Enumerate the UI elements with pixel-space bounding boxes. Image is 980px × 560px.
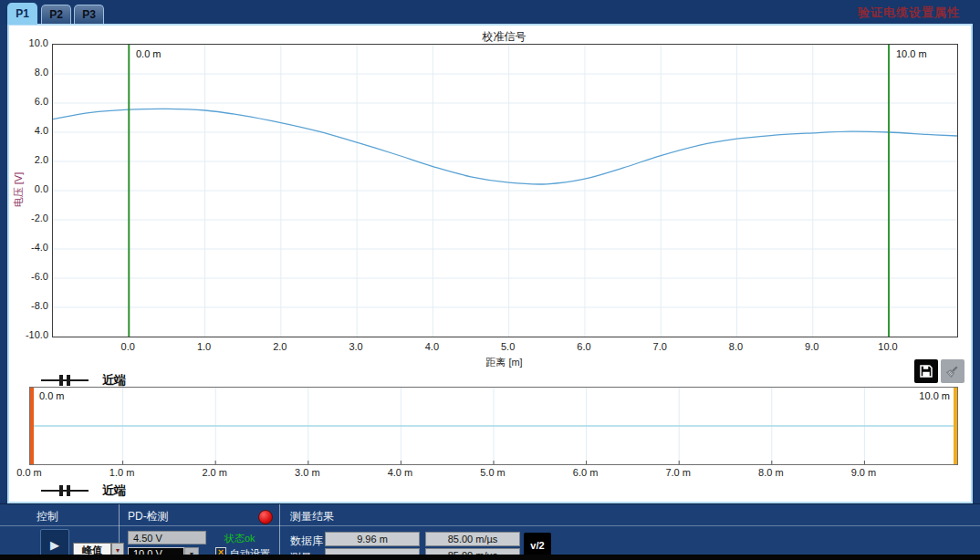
strip-cursor-right[interactable] [954, 388, 957, 464]
y-tick-label: 6.0 [14, 96, 48, 108]
y-tick-label: -10.0 [14, 329, 48, 341]
application-window: P1 P2 P3 验证电缆设置属性 校准信号 距离 [m] 电压 [V] 0.0… [0, 0, 980, 560]
db-row-label: 数据库 [290, 534, 323, 549]
x-axis-label: 距离 [m] [52, 356, 956, 369]
strip-tick-label: 8.0 m [748, 467, 794, 479]
y-tick-label: -2.0 [14, 213, 48, 224]
x-tick-label: 3.0 [336, 341, 376, 353]
db-velocity-display: 85.00 m/µs [425, 532, 520, 546]
control-section-header: 控制 [36, 509, 58, 524]
tab-p3[interactable]: P3 [74, 5, 104, 24]
cursor-marker-icon [41, 374, 89, 387]
strip-tick-label: 1.0 m [99, 467, 145, 479]
y-tick-label: 4.0 [14, 125, 48, 137]
chart-title: 校准信号 [52, 29, 956, 45]
y-tick-label: 2.0 [14, 154, 48, 166]
section-divider [279, 504, 280, 555]
strip-tick-label: 7.0 m [655, 467, 701, 479]
waveform [53, 109, 957, 184]
strip-tick-label: 6.0 m [563, 467, 609, 479]
x-tick-label: 10.0 [868, 341, 908, 353]
y-tick-label: -6.0 [14, 271, 48, 283]
chevron-down-icon: ▾ [116, 546, 120, 555]
window-bottom-edge [0, 555, 980, 560]
y-tick-label: 10.0 [14, 37, 48, 49]
strip-tick-label: 9.0 m [840, 467, 886, 479]
overview-strip-plot[interactable] [29, 387, 958, 465]
x-tick-label: 4.0 [412, 341, 452, 353]
save-icon [918, 363, 934, 379]
strip-tick-label: 2.0 m [192, 467, 237, 479]
cursor-legend-bottom[interactable] [41, 484, 89, 499]
pd-section-header: PD-检测 [128, 509, 169, 524]
pd-level-display: 4.50 V [128, 531, 206, 544]
x-tick-label: 1.0 [184, 341, 224, 353]
strip-tick-label: 5.0 m [470, 467, 516, 479]
tab-p2[interactable]: P2 [41, 5, 71, 24]
cursor-label-left[interactable]: 0.0 m [133, 47, 164, 60]
x-tick-label: 7.0 [640, 341, 680, 353]
save-button[interactable] [914, 359, 938, 383]
x-tick-label: 0.0 [108, 341, 148, 353]
x-tick-label: 5.0 [488, 341, 528, 353]
strip-tick-label: 4.0 m [377, 467, 422, 479]
x-tick-label: 2.0 [260, 341, 300, 353]
x-tick-label: 6.0 [564, 341, 604, 353]
x-tick-label: 9.0 [792, 341, 832, 353]
cursor-legend-bottom-label: 近端 [102, 482, 126, 499]
brush-icon [944, 363, 961, 379]
strip-cursor-label-left[interactable]: 0.0 m [36, 389, 68, 402]
cursor-marker-icon [41, 484, 89, 497]
cursor-label-right[interactable]: 10.0 m [893, 47, 930, 60]
brush-button[interactable] [941, 359, 964, 383]
top-tab-bar: P1 P2 P3 验证电缆设置属性 [0, 0, 980, 24]
play-icon: ▶ [50, 538, 59, 552]
strip-tick-label: 0.0 m [6, 467, 52, 479]
pd-status-indicator [258, 510, 273, 524]
main-chart-plot[interactable] [52, 44, 958, 337]
y-tick-label: 0.0 [14, 183, 48, 195]
y-tick-label: -4.0 [14, 242, 48, 254]
tab-p1[interactable]: P1 [7, 3, 37, 25]
strip-cursor-left[interactable] [30, 388, 34, 464]
x-tick-label: 8.0 [715, 341, 756, 353]
db-distance-display: 9.96 m [325, 532, 420, 546]
strip-tick-label: 3.0 m [285, 467, 330, 479]
strip-cursor-label-right[interactable]: 10.0 m [858, 389, 953, 402]
header-divider [0, 525, 980, 526]
y-tick-label: -8.0 [14, 300, 48, 312]
results-section-header: 测量结果 [290, 509, 334, 524]
y-tick-label: 8.0 [14, 67, 48, 78]
window-title: 验证电缆设置属性 [858, 5, 960, 21]
pd-status-text: 状态ok [224, 532, 255, 545]
